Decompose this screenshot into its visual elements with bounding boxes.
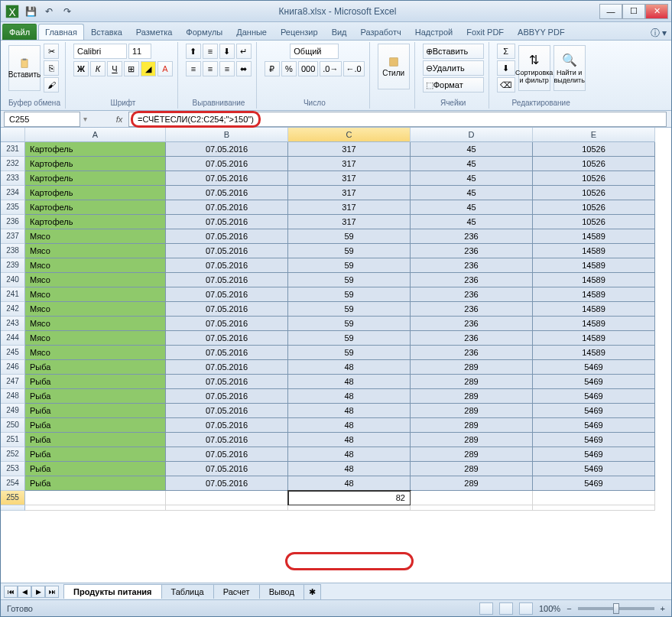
- cell[interactable]: 07.05.2016: [166, 171, 288, 186]
- currency-icon[interactable]: ₽: [265, 61, 280, 76]
- cell[interactable]: 07.05.2016: [166, 418, 288, 433]
- cell[interactable]: 5469: [533, 418, 655, 433]
- cell[interactable]: Рыба: [25, 404, 166, 418]
- cell[interactable]: 10526: [533, 186, 655, 200]
- underline-button[interactable]: Ч: [107, 61, 122, 76]
- tab-formulas[interactable]: Формулы: [179, 24, 229, 40]
- cell[interactable]: 14589: [533, 258, 655, 273]
- cell[interactable]: 07.05.2016: [166, 302, 288, 317]
- sort-filter-button[interactable]: ⇅ Сортировка и фильтр: [518, 45, 550, 91]
- delete-cells-button[interactable]: ⊖ Удалить: [423, 60, 484, 76]
- cell[interactable]: [288, 505, 411, 511]
- sheet-prev-icon[interactable]: ◀: [18, 586, 31, 598]
- row-header[interactable]: 252: [1, 447, 25, 462]
- select-all-corner[interactable]: [1, 128, 25, 142]
- name-box[interactable]: C255: [4, 112, 80, 127]
- cell[interactable]: 10526: [533, 200, 655, 215]
- cell[interactable]: 48: [288, 404, 411, 418]
- save-icon[interactable]: 💾: [22, 3, 39, 20]
- styles-button[interactable]: Стили: [378, 44, 410, 89]
- cell[interactable]: [25, 505, 166, 511]
- tab-review[interactable]: Рецензир: [274, 24, 325, 40]
- cell[interactable]: 5469: [533, 389, 655, 404]
- cell[interactable]: 07.05.2016: [166, 229, 288, 244]
- spreadsheet-grid[interactable]: ABCDE231Картофель07.05.20163174510526232…: [1, 128, 671, 583]
- view-normal-icon[interactable]: [479, 602, 493, 615]
- row-header[interactable]: 248: [1, 389, 25, 404]
- cell[interactable]: [533, 491, 655, 505]
- sheet-tab-products[interactable]: Продукты питания: [63, 584, 162, 599]
- decrease-decimal-icon[interactable]: ←.0: [343, 61, 365, 76]
- view-layout-icon[interactable]: [499, 602, 513, 615]
- row-header[interactable]: 231: [1, 142, 25, 157]
- column-header-B[interactable]: B: [166, 128, 288, 142]
- cell[interactable]: 59: [288, 331, 411, 346]
- row-header[interactable]: 242: [1, 302, 25, 317]
- row-header[interactable]: 240: [1, 273, 25, 287]
- cell[interactable]: 07.05.2016: [166, 404, 288, 418]
- active-cell[interactable]: 82: [288, 491, 411, 505]
- align-left-icon[interactable]: ≡: [186, 61, 201, 76]
- cell[interactable]: 236: [411, 258, 533, 273]
- cell[interactable]: 59: [288, 273, 411, 287]
- insert-cells-button[interactable]: ⊕ Вставить: [423, 44, 484, 59]
- cell[interactable]: Мясо: [25, 317, 166, 331]
- column-header-A[interactable]: A: [25, 128, 166, 142]
- cell[interactable]: 317: [288, 171, 411, 186]
- tab-insert[interactable]: Вставка: [84, 24, 129, 40]
- cell[interactable]: 48: [288, 433, 411, 447]
- cell[interactable]: 45: [411, 142, 533, 157]
- cell[interactable]: 5469: [533, 462, 655, 476]
- cell[interactable]: 45: [411, 171, 533, 186]
- maximize-button[interactable]: ☐: [622, 4, 645, 19]
- row-header[interactable]: 246: [1, 360, 25, 375]
- cell[interactable]: 59: [288, 287, 411, 302]
- tab-file[interactable]: Файл: [2, 24, 37, 40]
- row-header[interactable]: 236: [1, 215, 25, 229]
- cell[interactable]: 10526: [533, 171, 655, 186]
- cell[interactable]: 59: [288, 302, 411, 317]
- cell[interactable]: 14589: [533, 331, 655, 346]
- cell[interactable]: 48: [288, 476, 411, 491]
- cell[interactable]: 07.05.2016: [166, 258, 288, 273]
- row-header[interactable]: 254: [1, 476, 25, 491]
- minimize-button[interactable]: —: [599, 4, 622, 19]
- cell[interactable]: 07.05.2016: [166, 157, 288, 171]
- cell[interactable]: 14589: [533, 302, 655, 317]
- row-header[interactable]: 241: [1, 287, 25, 302]
- cell[interactable]: 14589: [533, 346, 655, 360]
- copy-icon[interactable]: ⎘: [44, 60, 59, 76]
- cell[interactable]: [25, 491, 166, 505]
- cell[interactable]: 48: [288, 389, 411, 404]
- cell[interactable]: Картофель: [25, 171, 166, 186]
- font-color-button[interactable]: A: [157, 61, 173, 76]
- font-name-select[interactable]: [73, 44, 127, 59]
- cell[interactable]: 289: [411, 389, 533, 404]
- cell[interactable]: Мясо: [25, 302, 166, 317]
- sheet-tab-calc[interactable]: Расчет: [213, 584, 260, 599]
- row-header[interactable]: 251: [1, 433, 25, 447]
- cell[interactable]: 317: [288, 157, 411, 171]
- cell[interactable]: 289: [411, 375, 533, 389]
- cell[interactable]: 45: [411, 157, 533, 171]
- align-middle-icon[interactable]: ≡: [203, 44, 218, 59]
- italic-button[interactable]: К: [90, 61, 106, 76]
- cell[interactable]: 45: [411, 186, 533, 200]
- cell[interactable]: 48: [288, 375, 411, 389]
- cell[interactable]: Рыба: [25, 433, 166, 447]
- excel-icon[interactable]: X: [4, 3, 21, 20]
- align-top-icon[interactable]: ⬆: [186, 44, 201, 59]
- cell[interactable]: 59: [288, 229, 411, 244]
- cell[interactable]: [411, 505, 533, 511]
- cell[interactable]: 14589: [533, 287, 655, 302]
- cell[interactable]: 07.05.2016: [166, 244, 288, 258]
- cell[interactable]: Мясо: [25, 273, 166, 287]
- border-button[interactable]: ⊞: [124, 61, 139, 76]
- cell[interactable]: 289: [411, 404, 533, 418]
- cell[interactable]: 317: [288, 215, 411, 229]
- increase-decimal-icon[interactable]: .0→: [320, 61, 341, 76]
- cell[interactable]: 5469: [533, 447, 655, 462]
- formula-bar[interactable]: =СЧЁТЕСЛИ(C2:C254;">150"): [128, 112, 667, 127]
- cell[interactable]: Рыба: [25, 462, 166, 476]
- row-header[interactable]: 238: [1, 244, 25, 258]
